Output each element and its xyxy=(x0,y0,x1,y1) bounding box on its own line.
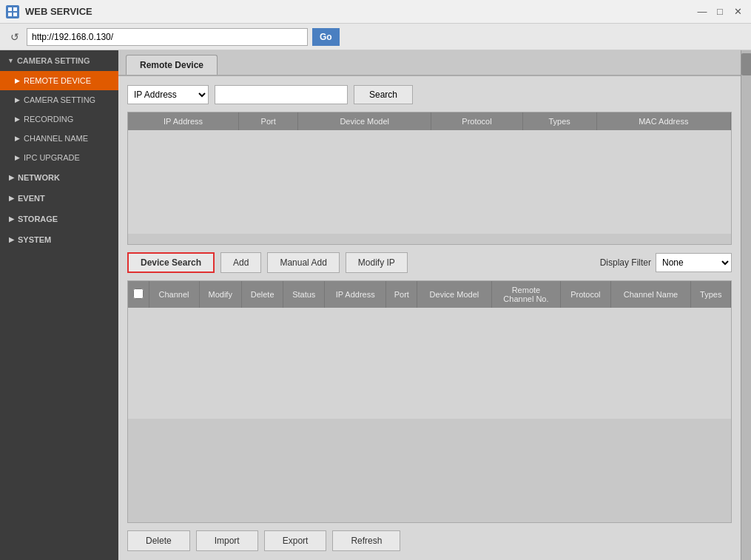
col-protocol: Protocol xyxy=(431,112,522,130)
sidebar-group-system-label: SYSTEM xyxy=(18,235,51,244)
search-row: IP Address MAC Address Device Name Searc… xyxy=(127,85,732,104)
sidebar-item-camera-setting-label: CAMERA SETTING xyxy=(24,95,95,104)
sidebar-item-ipc-upgrade[interactable]: ▶ IPC UPGRADE xyxy=(0,148,118,167)
content-wrapper: Remote Device IP Address MAC Address Dev… xyxy=(118,50,751,560)
sidebar-group-storage-label: STORAGE xyxy=(18,215,58,223)
device-search-button[interactable]: Device Search xyxy=(127,252,215,273)
refresh-button[interactable]: Refresh xyxy=(332,530,400,551)
sidebar: ▼ CAMERA SETTING ▶ REMOTE DEVICE ▶ CAMER… xyxy=(0,50,118,560)
sidebar-group-event[interactable]: ▶ EVENT xyxy=(0,188,118,209)
col-ch-port: Port xyxy=(386,281,417,308)
delete-button[interactable]: Delete xyxy=(127,530,190,551)
recording-arrow: ▶ xyxy=(15,115,20,123)
remote-device-arrow: ▶ xyxy=(15,77,20,84)
manual-add-button[interactable]: Manual Add xyxy=(267,252,339,273)
svg-rect-1 xyxy=(13,7,17,11)
event-arrow: ▶ xyxy=(9,195,14,202)
sidebar-item-camera-setting[interactable]: ▶ CAMERA SETTING xyxy=(0,90,118,109)
bottom-row: Delete Import Export Refresh xyxy=(127,530,732,551)
address-bar: ↺ Go xyxy=(0,24,751,50)
col-status: Status xyxy=(283,281,325,308)
channel-table: Channel Modify Delete Status IP Address … xyxy=(128,281,731,308)
svg-rect-2 xyxy=(8,13,12,16)
sidebar-item-channel-name[interactable]: ▶ CHANNEL NAME xyxy=(0,129,118,148)
sidebar-group-network-label: NETWORK xyxy=(18,173,60,182)
select-all-checkbox[interactable] xyxy=(133,289,144,299)
import-button[interactable]: Import xyxy=(196,530,258,551)
display-filter-label: Display Filter xyxy=(600,257,651,268)
col-mac-address: MAC Address xyxy=(596,112,730,130)
svg-rect-3 xyxy=(13,13,17,16)
window-controls: — □ ✕ xyxy=(695,4,745,19)
action-row: Device Search Add Manual Add Modify IP D… xyxy=(127,252,732,273)
sidebar-group-storage[interactable]: ▶ STORAGE xyxy=(0,209,118,229)
search-input[interactable] xyxy=(215,85,348,104)
close-button[interactable]: ✕ xyxy=(730,4,745,19)
network-arrow: ▶ xyxy=(9,174,14,181)
col-types: Types xyxy=(522,112,596,130)
sidebar-section-label: CAMERA SETTING xyxy=(17,56,90,65)
sidebar-item-remote-device-label: REMOTE DEVICE xyxy=(24,76,91,85)
sidebar-item-recording-label: RECORDING xyxy=(24,115,73,124)
main-layout: ▼ CAMERA SETTING ▶ REMOTE DEVICE ▶ CAMER… xyxy=(0,50,751,560)
sidebar-item-ipc-upgrade-label: IPC UPGRADE xyxy=(24,153,80,162)
search-button[interactable]: Search xyxy=(354,85,413,104)
refresh-icon[interactable]: ↺ xyxy=(7,30,22,44)
sidebar-group-system[interactable]: ▶ SYSTEM xyxy=(0,229,118,250)
col-ch-device-model: Device Model xyxy=(417,281,491,308)
svg-rect-0 xyxy=(8,7,12,11)
search-type-select[interactable]: IP Address MAC Address Device Name xyxy=(127,85,209,104)
main-scrollbar[interactable] xyxy=(741,50,751,560)
export-button[interactable]: Export xyxy=(264,530,327,551)
address-input[interactable] xyxy=(27,28,308,46)
add-button[interactable]: Add xyxy=(220,252,261,273)
channel-table-container: Channel Modify Delete Status IP Address … xyxy=(127,280,732,523)
content-panel: IP Address MAC Address Device Name Searc… xyxy=(118,76,741,560)
storage-arrow: ▶ xyxy=(9,215,14,223)
app-title: WEB SERVICE xyxy=(25,6,92,17)
sidebar-item-remote-device[interactable]: ▶ REMOTE DEVICE xyxy=(0,71,118,90)
ipc-upgrade-arrow: ▶ xyxy=(15,154,20,161)
app-icon xyxy=(6,5,19,18)
camera-setting-arrow: ▼ xyxy=(7,57,14,64)
tab-remote-device[interactable]: Remote Device xyxy=(126,55,218,75)
col-delete: Delete xyxy=(241,281,283,308)
sidebar-item-recording[interactable]: ▶ RECORDING xyxy=(0,109,118,129)
maximize-button[interactable]: □ xyxy=(713,4,727,19)
col-ch-protocol: Protocol xyxy=(561,281,610,308)
system-arrow: ▶ xyxy=(9,236,14,243)
content-area: Remote Device IP Address MAC Address Dev… xyxy=(118,50,741,560)
col-ch-types: Types xyxy=(691,281,731,308)
channel-name-arrow: ▶ xyxy=(15,135,20,142)
sidebar-section-camera-setting[interactable]: ▼ CAMERA SETTING xyxy=(0,50,118,71)
col-ch-ip-address: IP Address xyxy=(325,281,386,308)
title-bar: WEB SERVICE — □ ✕ xyxy=(0,0,751,24)
col-channel-name: Channel Name xyxy=(610,281,691,308)
camera-setting-sub-arrow: ▶ xyxy=(15,96,20,104)
minimize-button[interactable]: — xyxy=(695,4,710,19)
modify-ip-button[interactable]: Modify IP xyxy=(346,252,408,273)
col-ip-address: IP Address xyxy=(128,112,239,130)
sidebar-group-network[interactable]: ▶ NETWORK xyxy=(0,167,118,188)
display-filter: Display Filter None Connected Disconnect… xyxy=(600,253,732,272)
col-checkbox xyxy=(128,281,149,308)
col-remote-channel-no: RemoteChannel No. xyxy=(491,281,561,308)
go-button[interactable]: Go xyxy=(312,28,340,46)
device-table-container: IP Address Port Device Model Protocol Ty… xyxy=(127,112,732,245)
col-device-model: Device Model xyxy=(298,112,431,130)
device-table: IP Address Port Device Model Protocol Ty… xyxy=(128,112,731,130)
sidebar-group-event-label: EVENT xyxy=(18,194,45,203)
display-filter-select[interactable]: None Connected Disconnected xyxy=(656,253,732,272)
col-port: Port xyxy=(239,112,298,130)
sidebar-item-channel-name-label: CHANNEL NAME xyxy=(24,134,88,143)
tab-header: Remote Device xyxy=(118,50,741,76)
col-channel: Channel xyxy=(149,281,199,308)
col-modify: Modify xyxy=(199,281,241,308)
